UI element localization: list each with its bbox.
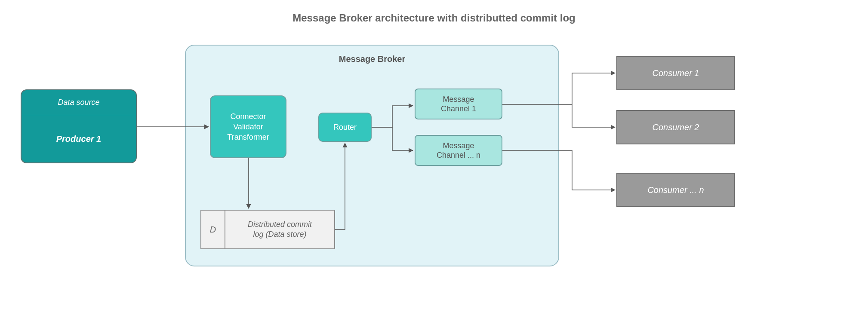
router-block: Router [318, 113, 372, 142]
producer-block: Data source Producer 1 [21, 89, 137, 163]
message-broker-label: Message Broker [186, 54, 558, 64]
channel-label: MessageChannel 1 [441, 95, 476, 114]
datastore-label: Distributed commitlog (Data store) [225, 220, 334, 240]
channel-label: MessageChannel ... n [437, 141, 480, 160]
distributed-commit-log: D Distributed commitlog (Data store) [200, 210, 335, 249]
message-channel-1: MessageChannel 1 [415, 89, 502, 119]
connector-label: ConnectorValidatorTransformer [227, 111, 269, 143]
data-source-label: Data source [22, 90, 136, 115]
consumer-1: Consumer 1 [616, 56, 735, 90]
router-label: Router [333, 123, 357, 132]
connector-validator-transformer: ConnectorValidatorTransformer [210, 95, 286, 158]
diagram-title: Message Broker architecture with distrib… [0, 12, 868, 24]
message-channel-n: MessageChannel ... n [415, 135, 502, 166]
producer-label: Producer 1 [56, 115, 101, 162]
datastore-tag: D [201, 211, 225, 248]
consumer-label: Consumer ... n [647, 185, 704, 195]
consumer-2: Consumer 2 [616, 110, 735, 144]
consumer-label: Consumer 2 [653, 122, 699, 132]
consumer-n: Consumer ... n [616, 173, 735, 207]
consumer-label: Consumer 1 [653, 68, 699, 78]
